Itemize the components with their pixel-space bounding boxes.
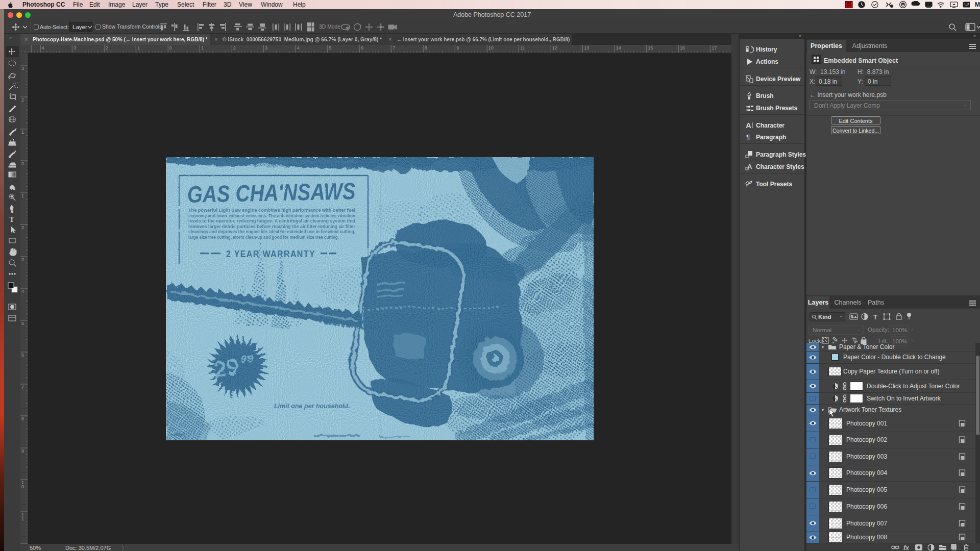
svg-text:T: T xyxy=(10,216,15,223)
svg-text:»: » xyxy=(9,35,12,40)
svg-text:¶: ¶ xyxy=(746,134,750,140)
svg-text:fx: fx xyxy=(903,544,910,551)
svg-text:A: A xyxy=(746,121,751,129)
